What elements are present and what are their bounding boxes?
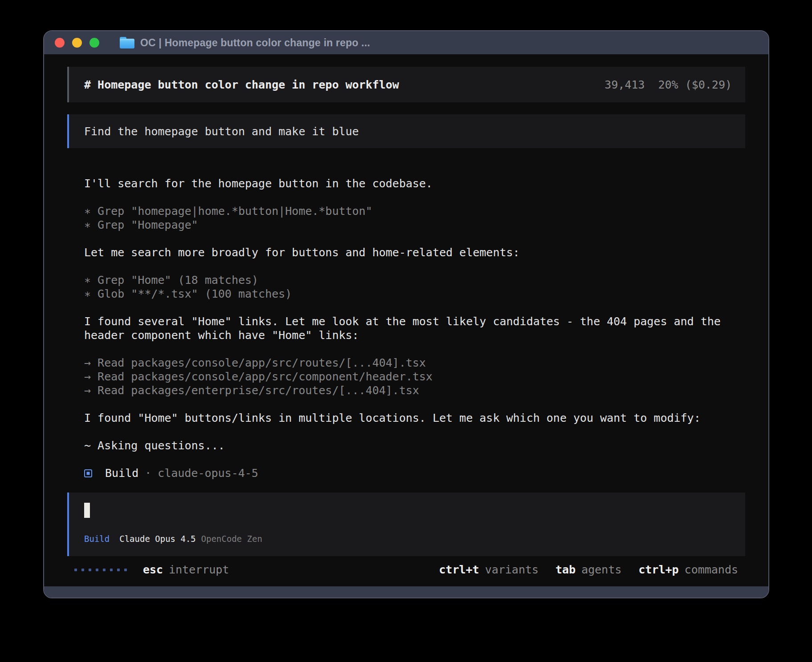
agent-icon [84, 469, 92, 477]
spinner-dot [124, 569, 127, 571]
transcript-line: I'll search for the homepage button in t… [84, 177, 745, 190]
transcript-line: Let me search more broadly for buttons a… [84, 246, 745, 259]
transcript-line: → Read packages/enterprise/src/routes/[.… [84, 383, 745, 397]
shortcut: ctrl+pcommands [638, 563, 738, 576]
transcript-line [84, 259, 745, 273]
window-title: OC | Homepage button color change in rep… [140, 37, 370, 49]
spinner-dot [117, 569, 120, 571]
session-header: # Homepage button color change in repo w… [67, 67, 745, 102]
spinner-dots [74, 569, 127, 571]
transcript-line: I found several "Home" links. Let me loo… [84, 315, 745, 342]
spinner-dot [81, 569, 84, 571]
input-agent-label: Build [84, 534, 110, 544]
shortcut-key: tab [556, 563, 576, 576]
shortcut-label: agents [581, 563, 621, 576]
zoom-button[interactable] [89, 38, 99, 48]
input-model-row: Build Claude Opus 4.5 OpenCode Zen [84, 534, 730, 544]
input-model-label: Claude Opus 4.5 [119, 534, 196, 544]
text-cursor [84, 503, 90, 518]
session-stats: 39,413 20% ($0.29) [605, 78, 732, 91]
esc-label: interrupt [169, 563, 229, 576]
transcript-line [84, 232, 745, 246]
folder-icon [120, 37, 134, 48]
traffic-lights [55, 38, 99, 48]
transcript-line [84, 301, 745, 315]
transcript-line: → Read packages/console/app/src/routes/[… [84, 356, 745, 370]
close-button[interactable] [55, 38, 65, 48]
context-usage: 20% ($0.29) [658, 78, 732, 91]
agent-status: Build · claude-opus-4-5 [84, 466, 745, 480]
transcript-line [84, 397, 745, 411]
transcript-line: ∗ Grep "homepage|home.*button|Home.*butt… [84, 204, 745, 218]
transcript-line: ~ Asking questions... [84, 439, 745, 452]
input-provider-label: OpenCode Zen [201, 534, 262, 544]
terminal-content: # Homepage button color change in repo w… [44, 54, 768, 586]
shortcut-key: ctrl+t [439, 563, 479, 576]
transcript-line: ∗ Glob "**/*.tsx" (100 matches) [84, 287, 745, 301]
user-message: Find the homepage button and make it blu… [67, 114, 745, 148]
agent-model: claude-opus-4-5 [158, 467, 258, 480]
user-message-text: Find the homepage button and make it blu… [84, 125, 359, 138]
transcript-line: ∗ Grep "Home" (18 matches) [84, 273, 745, 287]
shortcut-key: ctrl+p [638, 563, 678, 576]
input-area[interactable]: Build Claude Opus 4.5 OpenCode Zen [67, 492, 745, 556]
spinner-dot [110, 569, 113, 571]
status-bar: esc interrupt ctrl+tvariantstabagentsctr… [67, 563, 745, 577]
shortcut: ctrl+tvariants [439, 563, 539, 576]
spinner-dot [103, 569, 106, 571]
shortcut-label: variants [485, 563, 538, 576]
spinner-dot [89, 569, 91, 571]
shortcut-label: commands [685, 563, 738, 576]
transcript-line [84, 342, 745, 356]
titlebar[interactable]: OC | Homepage button color change in rep… [44, 31, 768, 54]
status-left: esc interrupt [74, 563, 229, 576]
app-window: OC | Homepage button color change in rep… [43, 30, 769, 598]
minimize-button[interactable] [72, 38, 82, 48]
transcript-line: ∗ Grep "Homepage" [84, 218, 745, 232]
shortcut: tabagents [556, 563, 621, 576]
session-title: # Homepage button color change in repo w… [84, 78, 399, 91]
esc-key: esc [143, 563, 163, 576]
spinner-dot [74, 569, 77, 571]
transcript-line: I found "Home" buttons/links in multiple… [84, 411, 745, 425]
agent-separator: · [145, 467, 151, 480]
transcript-line: → Read packages/console/app/src/componen… [84, 370, 745, 383]
transcript-line [84, 190, 745, 204]
transcript-line [84, 425, 745, 439]
status-right: ctrl+tvariantstabagentsctrl+pcommands [439, 563, 738, 576]
transcript: I'll search for the homepage button in t… [84, 177, 745, 466]
token-count: 39,413 [605, 78, 645, 91]
agent-name: Build [105, 467, 138, 480]
transcript-line [84, 452, 745, 466]
bottom-strip [44, 586, 768, 597]
spinner-dot [96, 569, 98, 571]
